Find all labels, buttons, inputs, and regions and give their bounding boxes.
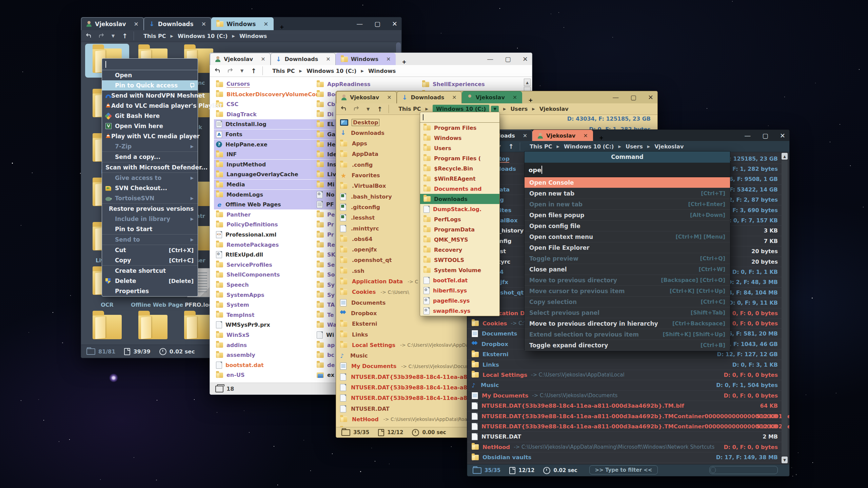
tab-close-icon[interactable]: ✕ bbox=[263, 21, 268, 27]
new-tab-button[interactable]: + bbox=[396, 59, 412, 65]
menu-item-add-to-vlc-media-player-s-playlist[interactable]: Add to VLC media player's Playlist bbox=[102, 101, 198, 111]
menu-item-pin-to-quick-access[interactable]: Pin to Quick access bbox=[102, 80, 198, 90]
file-row-helppane-exe[interactable]: HelpPane.exe bbox=[214, 140, 318, 149]
dropdown-item-boottel-dat[interactable]: bootTel.dat bbox=[420, 275, 499, 285]
command-item-copy-selection[interactable]: Copy selection[Ctrl+C] bbox=[525, 297, 730, 307]
command-item-move-to-previous-directory-in-hierarchy[interactable]: Move to previous directory in hierarchy[… bbox=[525, 318, 730, 329]
command-item-close-panel[interactable]: Close panel[Ctrl+W] bbox=[525, 264, 730, 275]
file-row-rtlexupd-dll[interactable]: RtlExUpd.dll bbox=[214, 250, 318, 260]
file-row-tempinst[interactable]: TempInst bbox=[214, 310, 318, 320]
file-tile[interactable]: PolicyDefinitions bbox=[85, 310, 129, 345]
breadcrumb-item[interactable]: Vjekoslav bbox=[539, 106, 569, 112]
menu-item-cut[interactable]: Cut[Ctrl+X] bbox=[102, 245, 198, 255]
dropdown-item-program-files[interactable]: Program Files bbox=[420, 123, 499, 133]
breadcrumb-item[interactable]: This PC bbox=[143, 33, 166, 39]
scroll-down-button[interactable]: ▼ bbox=[782, 456, 788, 463]
command-item-move-to-previous-directory[interactable]: Move to previous directory[Backspace] [C… bbox=[525, 275, 730, 286]
file-row-links[interactable]: Links bbox=[339, 329, 468, 340]
command-item-open-console[interactable]: Open Console bbox=[525, 177, 730, 188]
minimize-button[interactable]: — bbox=[744, 132, 751, 139]
dropdown-item-users[interactable]: Users bbox=[420, 143, 499, 153]
menu-item-play-with-vlc-media-player[interactable]: Play with VLC media player bbox=[102, 131, 198, 141]
close-button[interactable]: ✕ bbox=[392, 20, 397, 27]
back-icon[interactable] bbox=[341, 106, 346, 112]
file-row-diagtrack[interactable]: DiagTrack bbox=[214, 109, 318, 119]
breadcrumb-item[interactable]: This PC bbox=[530, 143, 552, 150]
dropdown-item-qmk-msys[interactable]: QMK_MSYS bbox=[420, 235, 499, 245]
menu-item-svn-checkout[interactable]: SVN Checkout... bbox=[102, 183, 198, 193]
dropdown-item-pagefile-sys[interactable]: pagefile.sys bbox=[420, 296, 499, 306]
command-item-open-config-file[interactable]: Open config file bbox=[525, 221, 730, 231]
file-row-cursors[interactable]: Cursors bbox=[214, 79, 318, 89]
menu-item-create-shortcut[interactable]: Create shortcut bbox=[102, 266, 198, 276]
file-row-modemlogs[interactable]: ModemLogs bbox=[214, 190, 318, 200]
file-row-ntuser-dat-53b39e88-18c4-11ea-a811-000d3[interactable]: NTUSER.DAT{53b39e88-18c4-11ea-a811-000d3… bbox=[339, 383, 468, 393]
file-row-professional-xml[interactable]: Professional.xml bbox=[214, 230, 318, 240]
file-tile[interactable]: Prefetch bbox=[131, 310, 175, 345]
dropdown-item-documents-and[interactable]: Documents and bbox=[420, 184, 499, 194]
file-row-offline-web-pages[interactable]: Offline Web Pages bbox=[214, 200, 318, 209]
file-row-wmsyspr9-prx[interactable]: WMSysPr9.prx bbox=[214, 320, 318, 330]
file-row-languageoverlaycache[interactable]: LanguageOverlayCache bbox=[214, 169, 318, 179]
dropdown-item-windows[interactable]: Windows bbox=[420, 133, 499, 143]
dropdown-item--recycle-bin[interactable]: $Recycle.Bin bbox=[420, 163, 499, 174]
tab-vjekoslav[interactable]: Vjekoslav✕ bbox=[462, 91, 522, 103]
file-row-media[interactable]: Media bbox=[214, 180, 318, 189]
command-item-toggle-preview[interactable]: Toggle preview[Ctrl+Q] bbox=[525, 253, 730, 264]
up-icon[interactable]: ↑ bbox=[508, 143, 514, 150]
scroll-up-button[interactable]: ▲ bbox=[782, 153, 788, 160]
command-item-open-context-menu[interactable]: Open context menu[Ctrl+M] [Menu] bbox=[525, 231, 730, 242]
file-row-dtcinstall-log[interactable]: DtcInstall.log bbox=[214, 119, 318, 129]
breadcrumb-item[interactable]: Windows bbox=[368, 68, 396, 74]
tab-close-icon[interactable]: ✕ bbox=[386, 56, 391, 62]
tab-close-icon[interactable]: ✕ bbox=[583, 133, 588, 139]
tab-windows[interactable]: Windows✕ bbox=[336, 53, 396, 65]
file-row-local-settings[interactable]: Local Settings-> C:\Users\Vjekoslav\AppD… bbox=[339, 340, 468, 350]
dropdown-item-downloads[interactable]: Downloads bbox=[420, 194, 499, 204]
command-input[interactable]: ope bbox=[525, 163, 730, 177]
scrollbar-vertical[interactable] bbox=[782, 160, 788, 456]
file-row-inputmethod[interactable]: InputMethod bbox=[214, 160, 318, 169]
file-row-policydefinitions[interactable]: PolicyDefinitions bbox=[214, 220, 318, 229]
file-row-csc[interactable]: CSC bbox=[214, 99, 318, 109]
dropdown-item-swtools[interactable]: SWTOOLS bbox=[420, 255, 499, 265]
file-row-addins[interactable]: addins bbox=[214, 340, 318, 350]
file-row-winsxs[interactable]: WinSxS bbox=[214, 330, 318, 340]
dropdown-item-perflogs[interactable]: PerfLogs bbox=[420, 214, 499, 224]
history-dropdown-icon[interactable]: ▼ bbox=[367, 107, 370, 111]
new-tab-button[interactable]: + bbox=[522, 97, 539, 103]
dropdown-item-program-files-[interactable]: Program Files ( bbox=[420, 153, 499, 163]
back-icon[interactable] bbox=[86, 33, 91, 39]
file-row-bitlockerdiscoveryvolumecontents[interactable]: BitLockerDiscoveryVolumeContents bbox=[214, 89, 318, 99]
tab-close-icon[interactable]: ✕ bbox=[134, 21, 139, 27]
close-button[interactable]: ✕ bbox=[648, 94, 653, 101]
minimize-button[interactable]: — bbox=[356, 20, 363, 27]
file-row-inf[interactable]: INF bbox=[214, 149, 318, 159]
minimize-button[interactable]: — bbox=[612, 94, 619, 101]
menu-item-send-a-copy[interactable]: Send a copy... bbox=[102, 152, 198, 162]
tab-vjekoslav[interactable]: Vjekoslav✕ bbox=[210, 53, 271, 65]
tab-close-icon[interactable]: ✕ bbox=[523, 133, 527, 139]
tab-close-icon[interactable]: ✕ bbox=[513, 94, 517, 101]
tab-close-icon[interactable]: ✕ bbox=[326, 56, 330, 62]
file-row-remotepackages[interactable]: RemotePackages bbox=[214, 240, 318, 250]
menu-item-git-bash-here[interactable]: Git Bash Here bbox=[102, 111, 198, 121]
breadcrumb-item[interactable]: Windows 10 (C:) bbox=[564, 143, 614, 150]
menu-item-delete[interactable]: Delete[Delete] bbox=[102, 276, 198, 286]
file-row-appreadiness[interactable]: AppReadiness bbox=[315, 79, 420, 89]
file-row-shellcomponents[interactable]: ShellComponents bbox=[214, 270, 318, 280]
command-item-toggle-expand-directory[interactable]: Toggle expand directory[Ctrl+B] bbox=[525, 340, 730, 351]
file-row-my-documents[interactable]: My Documents-> C:\Users\Vjekoslav\Docume… bbox=[339, 361, 468, 371]
menu-item-include-in-library[interactable]: Include in library▶ bbox=[102, 214, 198, 224]
forward-icon[interactable] bbox=[99, 33, 104, 39]
command-item-open-new-tab[interactable]: Open new tab[Ctrl+T] bbox=[525, 188, 730, 199]
tab-windows[interactable]: Windows✕ bbox=[211, 17, 274, 30]
maximize-button[interactable]: ▢ bbox=[505, 55, 511, 63]
file-row-assembly[interactable]: assembly bbox=[214, 350, 318, 360]
new-tab-button[interactable]: + bbox=[593, 135, 610, 141]
command-item-move-cursor-to-previous-item[interactable]: Move cursor to previous item[Ctrl+K] [Ct… bbox=[525, 286, 730, 297]
dropdown-item-programdata[interactable]: ProgramData bbox=[420, 224, 499, 235]
breadcrumb-item[interactable]: Windows 10 (C:) bbox=[178, 33, 228, 39]
type-to-filter-button[interactable]: >> Type to filter << bbox=[589, 465, 658, 474]
close-button[interactable]: ✕ bbox=[780, 132, 785, 139]
